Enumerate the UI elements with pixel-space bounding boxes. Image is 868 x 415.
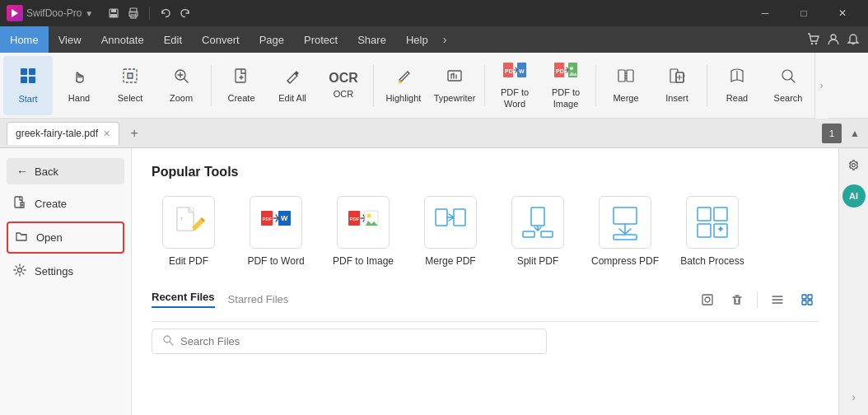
menu-bar-right [805, 31, 868, 48]
tool-batch-process[interactable]: Batch Process [675, 196, 749, 268]
menu-protect[interactable]: Protect [294, 26, 348, 53]
toolbar-ocr-label: OCR [334, 89, 353, 100]
recent-files-tab[interactable]: Recent Files [152, 291, 215, 308]
toolbar-hand[interactable]: Hand [54, 56, 104, 115]
close-button[interactable]: ✕ [824, 0, 861, 26]
toolbar-highlight[interactable]: Highlight [379, 56, 428, 115]
print-icon[interactable] [126, 6, 141, 21]
svg-text:T: T [180, 217, 183, 221]
toolbar-sep-5 [707, 65, 707, 106]
app-logo: SwifDoo-Pro ▼ [7, 5, 100, 21]
back-button[interactable]: ← Back [7, 158, 124, 184]
toolbar-read[interactable]: Read [712, 56, 762, 115]
toolbar-insert[interactable]: Insert [652, 56, 702, 115]
toolbar-editall-label: Edit All [278, 93, 306, 104]
menu-convert[interactable]: Convert [192, 26, 250, 53]
tool-pdf-to-word[interactable]: PDF W PDF to Word [239, 196, 313, 268]
recent-grid-view-btn[interactable] [796, 288, 819, 311]
tab-scroll-up[interactable]: ▲ [845, 124, 865, 143]
recent-actions [696, 288, 819, 311]
menu-edit[interactable]: Edit [154, 26, 192, 53]
svg-rect-58 [802, 295, 806, 299]
svg-point-63 [852, 164, 855, 167]
tab-close-icon[interactable]: ✕ [103, 128, 110, 139]
toolbar-start-label: Start [18, 94, 37, 105]
menu-more[interactable]: › [438, 33, 452, 46]
bell-icon[interactable] [845, 31, 861, 48]
tool-merge-pdf[interactable]: Merge PDF [413, 196, 488, 268]
tool-edit-pdf[interactable]: T Edit PDF [152, 196, 226, 268]
menu-annotate[interactable]: Annotate [91, 26, 154, 53]
tab-add-button[interactable]: + [123, 122, 146, 145]
toolbar-typewriter[interactable]: Typewriter [430, 56, 479, 115]
pdf-to-image-icon-box: PDF [337, 196, 390, 249]
toolbar-pdf-to-word[interactable]: PDF W PDF to Word [490, 56, 539, 115]
search-bar[interactable] [152, 329, 547, 354]
toolbar-read-label: Read [726, 93, 748, 104]
search-files-input[interactable] [180, 335, 536, 347]
toolbar-scroll-right[interactable]: › [814, 53, 828, 119]
save-icon[interactable] [106, 6, 121, 21]
menu-page[interactable]: Page [250, 26, 294, 53]
back-arrow-icon: ← [16, 165, 28, 178]
right-panel-settings-icon[interactable] [842, 155, 866, 178]
svg-rect-47 [531, 208, 544, 226]
titlebar-sep [149, 7, 150, 20]
recent-list-view-btn[interactable] [766, 288, 789, 311]
pdf-to-word-icon-box: PDF W [250, 196, 302, 249]
toolbar-sep-1 [211, 65, 212, 106]
toolbar-zoom[interactable]: Zoom [156, 56, 206, 115]
recent-refresh-btn[interactable] [696, 288, 719, 311]
toolbar-merge-label: Merge [613, 93, 638, 104]
toolbar-search[interactable]: Search [763, 56, 813, 115]
toolbar-pdf-to-image[interactable]: PDF PDF to Image [541, 56, 590, 115]
maximize-button[interactable]: □ [785, 0, 823, 26]
tool-split-pdf[interactable]: Split PDF [501, 196, 575, 268]
svg-rect-45 [436, 209, 447, 226]
menu-help[interactable]: Help [396, 26, 438, 53]
svg-rect-50 [614, 208, 637, 224]
undo-icon[interactable] [158, 6, 173, 21]
sidebar-item-create[interactable]: Create [0, 188, 131, 220]
cart-icon[interactable] [805, 31, 822, 48]
toolbar-editall[interactable]: Edit All [268, 56, 317, 115]
app-dropdown[interactable]: ▼ [85, 9, 93, 18]
right-panel-expand-icon[interactable]: › [842, 385, 866, 408]
read-icon [728, 67, 746, 90]
menu-home[interactable]: Home [0, 26, 49, 53]
toolbar-start[interactable]: Start [3, 56, 53, 115]
sidebar-item-settings[interactable]: Settings [0, 255, 131, 287]
menu-view[interactable]: View [49, 26, 91, 53]
menu-share[interactable]: Share [348, 26, 396, 53]
minimize-button[interactable]: ─ [746, 0, 784, 26]
toolbar-select[interactable]: Select [105, 56, 155, 115]
split-pdf-label: Split PDF [517, 255, 559, 268]
right-panel-bottom: › [842, 385, 866, 408]
editall-icon [283, 67, 301, 90]
svg-rect-2 [110, 14, 117, 17]
svg-rect-60 [802, 301, 806, 305]
tab-pdf[interactable]: greek-fairy-tale.pdf ✕ [7, 122, 119, 145]
popular-tools-title: Popular Tools [152, 165, 819, 180]
sidebar-item-open[interactable]: Open [7, 221, 124, 254]
tool-compress-pdf[interactable]: Compress PDF [588, 196, 662, 268]
toolbar-ocr[interactable]: OCR OCR [319, 56, 368, 115]
starred-files-tab[interactable]: Starred Files [228, 293, 289, 305]
user-icon[interactable] [825, 31, 842, 48]
divider [152, 321, 819, 322]
tool-pdf-to-image[interactable]: PDF PDF to Image [326, 196, 400, 268]
logo-icon [7, 5, 23, 21]
merge-pdf-icon-box [424, 196, 477, 249]
toolbar-merge[interactable]: Merge [601, 56, 651, 115]
svg-point-9 [831, 35, 836, 40]
svg-text:PDF: PDF [556, 68, 568, 74]
redo-icon[interactable] [178, 6, 193, 21]
toolbar-hand-label: Hand [68, 93, 90, 104]
toolbar-create[interactable]: Create [217, 56, 266, 115]
svg-text:PDF: PDF [350, 217, 360, 221]
toolbar-typewriter-label: Typewriter [434, 93, 476, 104]
recent-delete-btn[interactable] [726, 288, 749, 311]
sidebar: ← Back Create Open [0, 148, 132, 415]
typewriter-icon [446, 67, 464, 90]
ai-avatar[interactable]: AI [842, 184, 866, 208]
